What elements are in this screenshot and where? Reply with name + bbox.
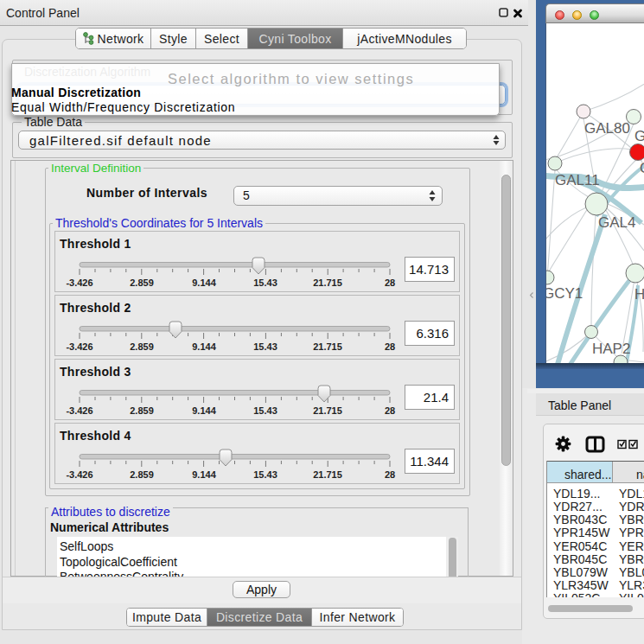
svg-text:21.715: 21.715: [313, 469, 342, 480]
svg-text:-3.426: -3.426: [66, 277, 92, 288]
svg-text:2.859: 2.859: [130, 469, 154, 480]
svg-text:2.859: 2.859: [130, 341, 154, 352]
svg-text:-3.426: -3.426: [66, 341, 92, 352]
svg-text:9.144: 9.144: [192, 469, 216, 480]
svg-text:GCY1: GCY1: [546, 285, 583, 302]
svg-text:GAL11: GAL11: [555, 172, 600, 188]
svg-text:-3.426: -3.426: [66, 405, 92, 416]
svg-text:9.144: 9.144: [192, 277, 216, 288]
svg-text:28: 28: [385, 341, 395, 352]
svg-text:GAL4: GAL4: [598, 214, 635, 231]
svg-text:21.715: 21.715: [313, 405, 342, 416]
svg-text:15.43: 15.43: [253, 341, 277, 352]
svg-text:H: H: [634, 286, 644, 303]
svg-text:28: 28: [385, 469, 395, 480]
svg-text:2.859: 2.859: [130, 405, 154, 416]
svg-text:GAL80: GAL80: [584, 120, 630, 137]
svg-text:28: 28: [385, 277, 395, 288]
svg-text:15.43: 15.43: [253, 469, 277, 480]
svg-text:HAP2: HAP2: [592, 341, 630, 357]
svg-text:GA: GA: [634, 128, 644, 144]
svg-text:21.715: 21.715: [313, 277, 342, 288]
svg-text:21.715: 21.715: [313, 341, 342, 352]
svg-text:9.144: 9.144: [192, 405, 216, 416]
svg-text:28: 28: [385, 405, 395, 416]
svg-text:2.859: 2.859: [130, 277, 154, 288]
svg-text:15.43: 15.43: [253, 277, 277, 288]
svg-text:-3.426: -3.426: [66, 469, 92, 480]
svg-text:C: C: [640, 160, 644, 176]
svg-text:15.43: 15.43: [253, 405, 277, 416]
svg-text:9.144: 9.144: [192, 341, 216, 352]
